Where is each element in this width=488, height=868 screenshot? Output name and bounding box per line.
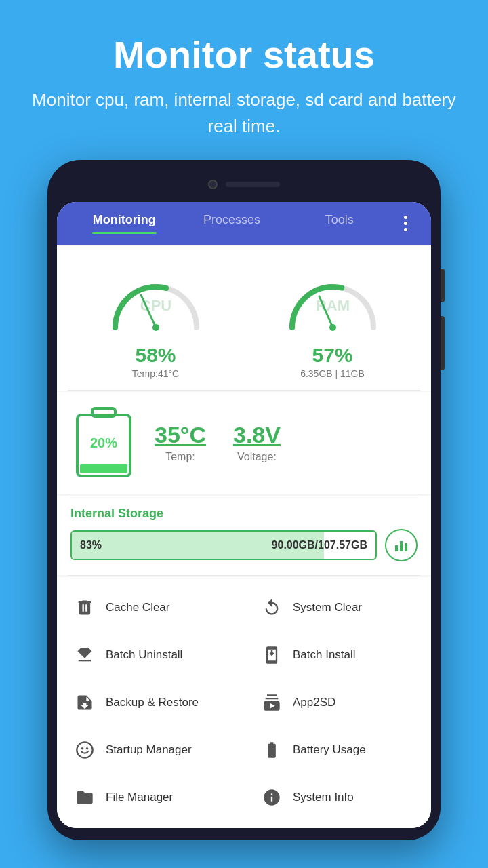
battery-voltage-stat: 3.8V Voltage: — [233, 422, 281, 463]
battery-temp-stat: 35°C Temp: — [155, 422, 206, 463]
svg-rect-11 — [405, 543, 407, 551]
storage-bar-text: 83% 90.00GB/107.57GB — [72, 539, 375, 551]
storage-bar-row: 83% 90.00GB/107.57GB — [70, 529, 418, 561]
svg-point-2 — [152, 324, 159, 331]
app2sd-icon — [260, 691, 283, 714]
tool-startup-manager[interactable]: Startup Manager — [57, 726, 244, 774]
battery-temp-label: Temp: — [165, 451, 195, 463]
gauges-row: CPU 58% Temp:41°C — [57, 246, 431, 390]
page-wrapper: Monitor status Monitor cpu, ram, interna… — [0, 0, 488, 840]
ram-percent: 57% — [312, 344, 352, 367]
backup-restore-label: Backup & Restore — [106, 696, 199, 709]
app-bar: Monitoring Processes Tools — [57, 202, 431, 245]
svg-rect-9 — [395, 545, 398, 551]
tools-grid: Cache Clear System Clear — [57, 584, 431, 821]
dot-1 — [404, 216, 407, 219]
batch-install-icon — [260, 644, 283, 667]
batch-install-label: Batch Install — [293, 648, 356, 662]
svg-point-14 — [86, 747, 89, 750]
tools-section: Cache Clear System Clear — [57, 577, 431, 828]
storage-section: Internal Storage 83% 90.00GB/107.57GB — [57, 496, 431, 575]
battery-section: 20% 35°C Temp: 3.8V Voltage: — [57, 392, 431, 494]
system-clear-label: System Clear — [293, 601, 362, 614]
svg-rect-10 — [400, 541, 403, 551]
phone-wrapper: Monitoring Processes Tools — [0, 160, 488, 840]
ram-gauge-svg: RAM — [279, 260, 387, 341]
cache-clear-label: Cache Clear — [106, 601, 170, 614]
system-info-icon — [260, 786, 283, 809]
divider-3 — [68, 575, 420, 576]
tool-battery-usage[interactable]: Battery Usage — [244, 726, 431, 774]
page-subtitle: Monitor cpu, ram, internal storage, sd c… — [27, 87, 461, 140]
ram-used: 6.35GB | 11GB — [300, 368, 365, 379]
tool-file-manager[interactable]: File Manager — [57, 774, 244, 821]
cpu-temp: Temp:41°C — [132, 368, 179, 379]
side-button — [441, 269, 445, 302]
divider-1 — [68, 390, 420, 391]
storage-detail: 90.00GB/107.57GB — [272, 539, 367, 551]
bar-chart-icon — [393, 537, 409, 553]
storage-chart-button[interactable] — [385, 529, 418, 561]
system-clear-icon — [260, 596, 283, 619]
tool-cache-clear[interactable]: Cache Clear — [57, 584, 244, 631]
svg-point-5 — [329, 324, 336, 331]
tool-batch-install[interactable]: Batch Install — [244, 631, 431, 679]
divider-2 — [68, 494, 420, 494]
tab-tools[interactable]: Tools — [285, 213, 393, 234]
battery-voltage-value: 3.8V — [233, 422, 281, 448]
dot-2 — [404, 222, 407, 225]
phone-screen: Monitoring Processes Tools — [57, 202, 431, 828]
battery-voltage-label: Voltage: — [237, 451, 277, 463]
storage-percent: 83% — [80, 539, 102, 551]
batch-uninstall-label: Batch Uninstall — [106, 648, 182, 662]
tool-app2sd[interactable]: App2SD — [244, 679, 431, 726]
svg-point-13 — [81, 747, 84, 750]
tool-system-info[interactable]: System Info — [244, 774, 431, 821]
cpu-gauge-svg: CPU — [102, 260, 210, 341]
storage-title: Internal Storage — [70, 507, 418, 521]
file-manager-label: File Manager — [106, 791, 173, 804]
startup-manager-label: Startup Manager — [106, 743, 192, 757]
svg-point-12 — [77, 742, 92, 757]
battery-stats: 35°C Temp: 3.8V Voltage: — [155, 422, 281, 463]
battery-usage-icon — [260, 738, 283, 762]
tool-backup-restore[interactable]: Backup & Restore — [57, 679, 244, 726]
camera — [208, 180, 218, 189]
svg-rect-8 — [80, 464, 127, 473]
battery-usage-label: Battery Usage — [293, 743, 366, 757]
tool-system-clear[interactable]: System Clear — [244, 584, 431, 631]
ram-gauge: RAM 57% 6.35GB | 11GB — [247, 260, 418, 379]
side-button-2 — [441, 316, 445, 370]
phone-frame: Monitoring Processes Tools — [47, 160, 441, 840]
svg-rect-7 — [92, 408, 115, 416]
speaker — [226, 182, 280, 187]
cache-clear-icon — [73, 596, 96, 619]
app2sd-label: App2SD — [293, 696, 336, 709]
batch-uninstall-icon — [73, 644, 96, 667]
tool-batch-uninstall[interactable]: Batch Uninstall — [57, 631, 244, 679]
battery-temp-value: 35°C — [155, 422, 206, 448]
backup-restore-icon — [73, 691, 96, 714]
storage-bar-container: 83% 90.00GB/107.57GB — [70, 530, 377, 560]
battery-icon-wrapper: 20% — [73, 406, 134, 480]
file-manager-icon — [73, 786, 96, 809]
system-info-label: System Info — [293, 791, 354, 804]
tab-monitoring[interactable]: Monitoring — [70, 213, 178, 234]
cpu-gauge: CPU 58% Temp:41°C — [70, 260, 241, 379]
page-title: Monitor status — [27, 34, 461, 76]
phone-notch — [57, 172, 431, 197]
dot-3 — [404, 228, 407, 231]
monitoring-section: CPU 58% Temp:41°C — [57, 246, 431, 391]
startup-manager-icon — [73, 738, 96, 762]
top-section: Monitor status Monitor cpu, ram, interna… — [0, 0, 488, 160]
cpu-percent: 58% — [135, 344, 176, 367]
more-menu-button[interactable] — [393, 216, 418, 231]
tab-processes[interactable]: Processes — [178, 213, 286, 234]
battery-percent-label: 20% — [90, 435, 117, 450]
